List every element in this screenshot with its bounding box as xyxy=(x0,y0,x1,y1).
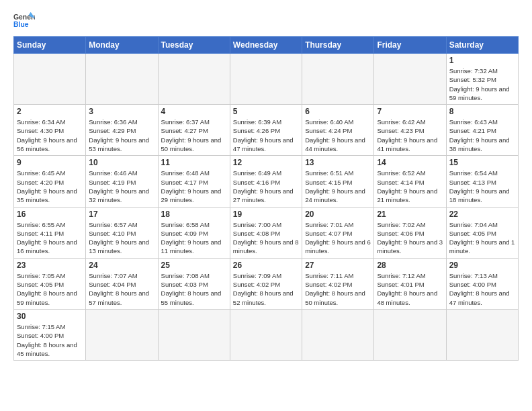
calendar-col-header: Thursday xyxy=(302,37,374,54)
day-info: Sunrise: 6:43 AM Sunset: 4:21 PM Dayligh… xyxy=(449,118,515,153)
calendar-day-cell: 8Sunrise: 6:43 AM Sunset: 4:21 PM Daylig… xyxy=(446,105,518,156)
calendar-week-row: 16Sunrise: 6:55 AM Sunset: 4:11 PM Dayli… xyxy=(14,207,519,258)
day-number: 16 xyxy=(17,210,83,219)
day-info: Sunrise: 6:51 AM Sunset: 4:15 PM Dayligh… xyxy=(305,169,371,204)
logo: General Blue xyxy=(13,11,35,30)
day-info: Sunrise: 7:32 AM Sunset: 5:32 PM Dayligh… xyxy=(449,66,515,102)
day-info: Sunrise: 6:55 AM Sunset: 4:11 PM Dayligh… xyxy=(17,220,83,256)
day-info: Sunrise: 6:39 AM Sunset: 4:26 PM Dayligh… xyxy=(233,118,299,153)
svg-text:Blue: Blue xyxy=(13,21,29,28)
calendar-day-cell: 1Sunrise: 7:32 AM Sunset: 5:32 PM Daylig… xyxy=(446,54,518,105)
day-info: Sunrise: 6:45 AM Sunset: 4:20 PM Dayligh… xyxy=(17,169,83,204)
day-info: Sunrise: 6:34 AM Sunset: 4:30 PM Dayligh… xyxy=(17,118,83,153)
calendar-day-cell: 28Sunrise: 7:12 AM Sunset: 4:01 PM Dayli… xyxy=(374,258,446,309)
day-info: Sunrise: 6:49 AM Sunset: 4:16 PM Dayligh… xyxy=(233,169,299,204)
day-info: Sunrise: 6:48 AM Sunset: 4:17 PM Dayligh… xyxy=(161,169,227,204)
day-number: 5 xyxy=(233,107,299,116)
calendar-week-row: 23Sunrise: 7:05 AM Sunset: 4:05 PM Dayli… xyxy=(14,258,519,309)
day-info: Sunrise: 7:12 AM Sunset: 4:01 PM Dayligh… xyxy=(377,271,443,307)
calendar-day-cell: 26Sunrise: 7:09 AM Sunset: 4:02 PM Dayli… xyxy=(230,258,302,309)
calendar-day-cell: 5Sunrise: 6:39 AM Sunset: 4:26 PM Daylig… xyxy=(230,105,302,156)
calendar-day-cell: 7Sunrise: 6:42 AM Sunset: 4:23 PM Daylig… xyxy=(374,105,446,156)
day-info: Sunrise: 7:07 AM Sunset: 4:04 PM Dayligh… xyxy=(89,271,154,307)
day-number: 3 xyxy=(89,107,154,116)
day-info: Sunrise: 7:02 AM Sunset: 4:06 PM Dayligh… xyxy=(377,220,443,256)
day-info: Sunrise: 7:01 AM Sunset: 4:07 PM Dayligh… xyxy=(305,220,371,256)
calendar-day-cell: 4Sunrise: 6:37 AM Sunset: 4:27 PM Daylig… xyxy=(158,105,230,156)
day-info: Sunrise: 6:40 AM Sunset: 4:24 PM Dayligh… xyxy=(305,118,371,153)
day-info: Sunrise: 6:54 AM Sunset: 4:13 PM Dayligh… xyxy=(449,169,515,204)
day-info: Sunrise: 7:08 AM Sunset: 4:03 PM Dayligh… xyxy=(161,271,227,307)
calendar-week-row: 9Sunrise: 6:45 AM Sunset: 4:20 PM Daylig… xyxy=(14,156,519,207)
calendar-day-cell: 11Sunrise: 6:48 AM Sunset: 4:17 PM Dayli… xyxy=(158,156,230,207)
calendar-day-cell xyxy=(86,54,158,105)
calendar-table: SundayMondayTuesdayWednesdayThursdayFrid… xyxy=(13,36,519,361)
day-number: 9 xyxy=(17,158,83,167)
day-number: 18 xyxy=(161,210,227,219)
day-number: 28 xyxy=(377,261,443,270)
calendar-day-cell: 25Sunrise: 7:08 AM Sunset: 4:03 PM Dayli… xyxy=(158,258,230,309)
calendar-day-cell: 2Sunrise: 6:34 AM Sunset: 4:30 PM Daylig… xyxy=(14,105,86,156)
calendar-day-cell: 17Sunrise: 6:57 AM Sunset: 4:10 PM Dayli… xyxy=(86,207,158,258)
day-number: 13 xyxy=(305,158,371,167)
calendar-col-header: Saturday xyxy=(446,37,518,54)
day-info: Sunrise: 7:11 AM Sunset: 4:02 PM Dayligh… xyxy=(305,271,371,307)
calendar-day-cell: 18Sunrise: 6:58 AM Sunset: 4:09 PM Dayli… xyxy=(158,207,230,258)
calendar-day-cell: 23Sunrise: 7:05 AM Sunset: 4:05 PM Dayli… xyxy=(14,258,86,309)
calendar-day-cell xyxy=(158,309,230,360)
page: General Blue SundayMondayTuesdayWednesda… xyxy=(0,0,532,411)
calendar-day-cell: 27Sunrise: 7:11 AM Sunset: 4:02 PM Dayli… xyxy=(302,258,374,309)
calendar-day-cell xyxy=(14,54,86,105)
day-info: Sunrise: 6:37 AM Sunset: 4:27 PM Dayligh… xyxy=(161,118,227,153)
calendar-day-cell: 29Sunrise: 7:13 AM Sunset: 4:00 PM Dayli… xyxy=(446,258,518,309)
day-number: 19 xyxy=(233,210,299,219)
calendar-day-cell xyxy=(446,309,518,360)
day-number: 2 xyxy=(17,107,83,116)
calendar-col-header: Monday xyxy=(86,37,158,54)
day-number: 10 xyxy=(89,158,154,167)
day-number: 8 xyxy=(449,107,515,116)
calendar-col-header: Tuesday xyxy=(158,37,230,54)
calendar-day-cell: 15Sunrise: 6:54 AM Sunset: 4:13 PM Dayli… xyxy=(446,156,518,207)
calendar-day-cell: 6Sunrise: 6:40 AM Sunset: 4:24 PM Daylig… xyxy=(302,105,374,156)
day-info: Sunrise: 7:15 AM Sunset: 4:00 PM Dayligh… xyxy=(17,322,83,358)
day-number: 24 xyxy=(89,261,154,270)
day-info: Sunrise: 7:13 AM Sunset: 4:00 PM Dayligh… xyxy=(449,271,515,307)
calendar-day-cell xyxy=(302,309,374,360)
day-info: Sunrise: 7:04 AM Sunset: 4:05 PM Dayligh… xyxy=(449,220,515,256)
calendar-day-cell xyxy=(302,54,374,105)
calendar-day-cell: 19Sunrise: 7:00 AM Sunset: 4:08 PM Dayli… xyxy=(230,207,302,258)
calendar-day-cell: 24Sunrise: 7:07 AM Sunset: 4:04 PM Dayli… xyxy=(86,258,158,309)
day-info: Sunrise: 6:46 AM Sunset: 4:19 PM Dayligh… xyxy=(89,169,154,204)
calendar-col-header: Wednesday xyxy=(230,37,302,54)
calendar-day-cell: 14Sunrise: 6:52 AM Sunset: 4:14 PM Dayli… xyxy=(374,156,446,207)
day-number: 11 xyxy=(161,158,227,167)
calendar-day-cell: 12Sunrise: 6:49 AM Sunset: 4:16 PM Dayli… xyxy=(230,156,302,207)
day-number: 25 xyxy=(161,261,227,270)
day-info: Sunrise: 7:09 AM Sunset: 4:02 PM Dayligh… xyxy=(233,271,299,307)
day-info: Sunrise: 6:58 AM Sunset: 4:09 PM Dayligh… xyxy=(161,220,227,256)
day-number: 15 xyxy=(449,158,515,167)
day-number: 30 xyxy=(17,312,83,321)
day-info: Sunrise: 6:52 AM Sunset: 4:14 PM Dayligh… xyxy=(377,169,443,204)
calendar-day-cell xyxy=(158,54,230,105)
calendar-day-cell xyxy=(230,54,302,105)
calendar-col-header: Friday xyxy=(374,37,446,54)
day-number: 20 xyxy=(305,210,371,219)
calendar-day-cell xyxy=(374,309,446,360)
calendar-col-header: Sunday xyxy=(14,37,86,54)
day-info: Sunrise: 6:36 AM Sunset: 4:29 PM Dayligh… xyxy=(89,118,154,153)
calendar-day-cell: 3Sunrise: 6:36 AM Sunset: 4:29 PM Daylig… xyxy=(86,105,158,156)
day-number: 14 xyxy=(377,158,443,167)
day-info: Sunrise: 6:57 AM Sunset: 4:10 PM Dayligh… xyxy=(89,220,154,256)
day-number: 12 xyxy=(233,158,299,167)
day-number: 1 xyxy=(449,56,515,65)
day-number: 4 xyxy=(161,107,227,116)
calendar-day-cell: 10Sunrise: 6:46 AM Sunset: 4:19 PM Dayli… xyxy=(86,156,158,207)
calendar-day-cell: 30Sunrise: 7:15 AM Sunset: 4:00 PM Dayli… xyxy=(14,309,86,360)
day-number: 6 xyxy=(305,107,371,116)
header: General Blue xyxy=(13,11,519,30)
calendar-day-cell: 9Sunrise: 6:45 AM Sunset: 4:20 PM Daylig… xyxy=(14,156,86,207)
day-number: 23 xyxy=(17,261,83,270)
calendar-week-row: 1Sunrise: 7:32 AM Sunset: 5:32 PM Daylig… xyxy=(14,54,519,105)
